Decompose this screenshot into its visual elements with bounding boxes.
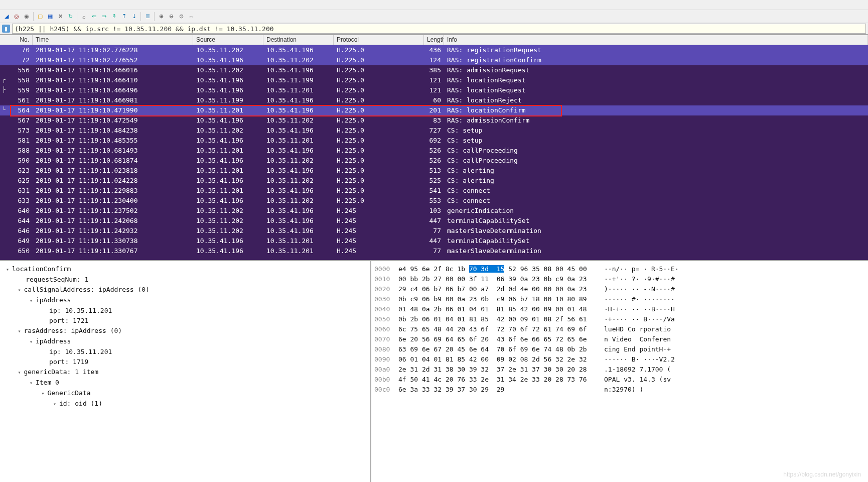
packet-row[interactable]: 722019-01-17 11:19:02.77655210.35.41.196… bbox=[0, 55, 868, 65]
hex-row[interactable]: 00a02e 31 2d 31 38 30 39 32 37 2e 31 37 … bbox=[374, 365, 865, 375]
hex-row[interactable]: 002029 c4 06 b7 06 b7 00 a7 2d 0d 4e 00 … bbox=[374, 284, 865, 294]
tree-node[interactable]: port: 1719 bbox=[6, 357, 364, 367]
packet-row[interactable]: 6502019-01-17 11:19:11.33076710.35.41.19… bbox=[0, 246, 868, 256]
hex-row[interactable]: 0000e4 95 6e 2f 8c 1b 70 3d 15 52 96 35 … bbox=[374, 264, 865, 274]
col-protocol[interactable]: Protocol bbox=[334, 35, 424, 45]
packet-details-pane[interactable]: ▾locationConfirm requestSeqNum: 1 ▾callS… bbox=[0, 261, 371, 482]
toolbar: ◢ ◎ ◉ ▢ ▦ ✕ ↻ ⌕ ⇐ ⇒ ↟ ⤒ ⤓ ≣ ⊕ ⊖ ⊜ ↔ bbox=[0, 10, 868, 23]
hex-row[interactable]: 00b04f 50 41 4c 20 76 33 2e 31 34 2e 33 … bbox=[374, 375, 865, 385]
first-icon[interactable]: ⤒ bbox=[119, 12, 128, 21]
toolbar-icon[interactable]: ◎ bbox=[12, 12, 21, 21]
hex-row[interactable]: 004001 48 0a 2b 06 01 04 01 81 85 42 00 … bbox=[374, 304, 865, 314]
col-source[interactable]: Source bbox=[193, 35, 263, 45]
tree-node[interactable]: ip: 10.35.11.201 bbox=[6, 347, 364, 357]
col-time[interactable]: Time bbox=[33, 35, 193, 45]
hex-row[interactable]: 008063 69 6e 67 20 45 6e 64 70 6f 69 6e … bbox=[374, 344, 865, 354]
find-icon[interactable]: ⌕ bbox=[79, 12, 88, 21]
auto-scroll-icon[interactable]: ≣ bbox=[143, 12, 152, 21]
packet-row[interactable]: 5612019-01-17 11:19:10.46698110.35.11.19… bbox=[0, 95, 868, 105]
hex-row[interactable]: 009006 01 04 01 81 85 42 00 09 02 08 2d … bbox=[374, 354, 865, 365]
packet-row[interactable]: 6462019-01-17 11:19:11.24293210.35.11.20… bbox=[0, 226, 868, 236]
col-info[interactable]: Info bbox=[444, 35, 868, 45]
tree-node[interactable]: ▾genericData: 1 item bbox=[6, 367, 364, 378]
tree-node[interactable]: ▾locationConfirm bbox=[6, 264, 364, 275]
toolbar-icon[interactable]: ◢ bbox=[2, 12, 11, 21]
save-icon[interactable]: ▦ bbox=[46, 12, 55, 21]
bottom-panes: ▾locationConfirm requestSeqNum: 1 ▾callS… bbox=[0, 260, 868, 482]
filter-bar: ▮ bbox=[0, 23, 868, 35]
column-headers[interactable]: No. Time Source Destination Protocol Len… bbox=[0, 35, 868, 45]
display-filter-input[interactable] bbox=[12, 24, 866, 34]
resize-icon[interactable]: ↔ bbox=[187, 12, 196, 21]
packet-row[interactable]: 6492019-01-17 11:19:11.33073810.35.41.19… bbox=[0, 236, 868, 246]
close-icon[interactable]: ✕ bbox=[56, 12, 65, 21]
bookmark-icon[interactable]: ▮ bbox=[2, 25, 10, 33]
packet-list[interactable]: 702019-01-17 11:19:02.77622810.35.11.202… bbox=[0, 45, 868, 260]
tree-node[interactable]: ip: 10.35.11.201 bbox=[6, 306, 364, 316]
tree-node[interactable]: ▾callSignalAddress: ipAddress (0) bbox=[6, 285, 364, 295]
col-no[interactable]: No. bbox=[0, 35, 33, 45]
tree-node[interactable]: ▾GenericData bbox=[6, 388, 364, 399]
zoom-in-icon[interactable]: ⊕ bbox=[157, 12, 166, 21]
tree-node[interactable]: ▾ipAddress bbox=[6, 295, 364, 306]
hex-row[interactable]: 00300b c9 06 b9 00 0a 23 0b c9 06 b7 18 … bbox=[374, 294, 865, 304]
open-icon[interactable]: ▢ bbox=[36, 12, 45, 21]
tree-node[interactable]: ▾id: oid (1) bbox=[6, 399, 364, 409]
packet-row[interactable]: 6442019-01-17 11:19:11.24206810.35.11.20… bbox=[0, 216, 868, 226]
packet-row[interactable]: 6312019-01-17 11:19:11.22988310.35.11.20… bbox=[0, 186, 868, 196]
hex-row[interactable]: 001000 bb 2b 27 00 00 3f 11 06 39 0a 23 … bbox=[374, 274, 865, 284]
fwd-icon[interactable]: ⇒ bbox=[99, 12, 108, 21]
tree-node[interactable]: ▾Item 0 bbox=[6, 378, 364, 388]
packet-row[interactable]: 5562019-01-17 11:19:10.46601610.35.11.20… bbox=[0, 65, 868, 75]
packet-row[interactable]: 5642019-01-17 11:19:10.47199010.35.11.20… bbox=[0, 105, 868, 115]
packet-row[interactable]: 5592019-01-17 11:19:10.46649610.35.41.19… bbox=[0, 85, 868, 95]
hex-row[interactable]: 00706e 20 56 69 64 65 6f 20 43 6f 6e 66 … bbox=[374, 334, 865, 344]
packet-row[interactable]: 6402019-01-17 11:19:11.23750210.35.11.20… bbox=[0, 206, 868, 216]
packet-row[interactable]: 5732019-01-17 11:19:10.48423810.35.11.20… bbox=[0, 126, 868, 136]
hex-row[interactable]: 00606c 75 65 48 44 20 43 6f 72 70 6f 72 … bbox=[374, 324, 865, 334]
toolbar-icon[interactable]: ◉ bbox=[22, 12, 31, 21]
jump-icon[interactable]: ↟ bbox=[109, 12, 118, 21]
zoom-reset-icon[interactable]: ⊜ bbox=[177, 12, 186, 21]
packet-row[interactable]: 5902019-01-17 11:19:10.68187410.35.41.19… bbox=[0, 156, 868, 166]
packet-row[interactable]: 6232019-01-17 11:19:11.02381810.35.11.20… bbox=[0, 166, 868, 176]
packet-row[interactable]: 5812019-01-17 11:19:10.48535510.35.41.19… bbox=[0, 136, 868, 146]
menu-bar[interactable] bbox=[0, 0, 868, 10]
hex-row[interactable]: 00c06e 3a 33 32 39 37 30 29 29n:32970) ) bbox=[374, 385, 865, 395]
reload-icon[interactable]: ↻ bbox=[66, 12, 75, 21]
tree-node[interactable]: ▾ipAddress bbox=[6, 336, 364, 347]
last-icon[interactable]: ⤓ bbox=[129, 12, 138, 21]
tree-node[interactable]: ▾rasAddress: ipAddress (0) bbox=[6, 326, 364, 336]
packet-row[interactable]: 6252019-01-17 11:19:11.02422810.35.41.19… bbox=[0, 176, 868, 186]
back-icon[interactable]: ⇐ bbox=[89, 12, 98, 21]
packet-row[interactable]: 5882019-01-17 11:19:10.68149310.35.11.20… bbox=[0, 146, 868, 156]
packet-row[interactable]: 702019-01-17 11:19:02.77622810.35.11.202… bbox=[0, 45, 868, 55]
tree-node[interactable]: requestSeqNum: 1 bbox=[6, 275, 364, 285]
col-length[interactable]: Length bbox=[424, 35, 444, 45]
col-destination[interactable]: Destination bbox=[263, 35, 334, 45]
packet-bytes-pane[interactable]: 0000e4 95 6e 2f 8c 1b 70 3d 15 52 96 35 … bbox=[371, 261, 868, 482]
packet-row[interactable]: 6332019-01-17 11:19:11.23040010.35.41.19… bbox=[0, 196, 868, 206]
packet-row[interactable]: 5582019-01-17 11:19:10.46641010.35.41.19… bbox=[0, 75, 868, 85]
packet-row[interactable]: 5672019-01-17 11:19:10.47254910.35.41.19… bbox=[0, 115, 868, 126]
tree-node[interactable]: port: 1721 bbox=[6, 316, 364, 326]
hex-row[interactable]: 00500b 2b 06 01 04 01 81 85 42 00 09 01 … bbox=[374, 314, 865, 324]
zoom-out-icon[interactable]: ⊖ bbox=[167, 12, 176, 21]
